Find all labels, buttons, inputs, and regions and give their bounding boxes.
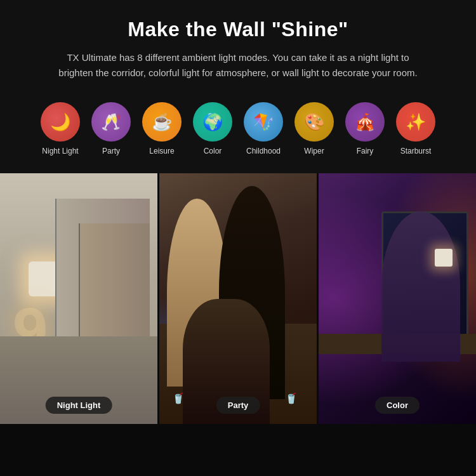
party-scene: 🥤 🥤 (159, 173, 317, 424)
icon-item-party: 🥂Party (89, 102, 133, 155)
photo-panel-nightlight: 9 Night Light (0, 173, 157, 424)
top-section: Make the Wall "Shine" TX Ultimate has 8 … (0, 0, 476, 173)
icon-circle-leisure: ☕ (142, 102, 182, 142)
icon-label-fairy: Fairy (357, 147, 374, 155)
icon-item-fairy: 🎪Fairy (343, 102, 387, 155)
icon-circle-fairy: 🎪 (345, 102, 385, 142)
gamer-person (381, 211, 460, 362)
subtitle-text: TX Ultimate has 8 different ambient ligh… (54, 50, 422, 81)
icon-label-childhood: Childhood (246, 147, 281, 155)
icon-circle-night-light: 🌙 (41, 102, 80, 142)
icon-item-wiper: 🎨Wiper (292, 102, 336, 155)
icon-label-party: Party (102, 147, 120, 155)
icon-item-leisure: ☕Leisure (140, 102, 184, 155)
red-cup-1: 🥤 (172, 392, 185, 404)
icons-row: 🌙Night Light🥂Party☕Leisure🌍Color🪁Childho… (38, 96, 438, 161)
panel-label-party: Party (216, 397, 260, 414)
icon-circle-childhood: 🪁 (244, 102, 283, 142)
icon-label-leisure: Leisure (149, 147, 174, 155)
icon-circle-party: 🥂 (91, 102, 131, 142)
icon-label-starburst: Starburst (400, 147, 432, 155)
icon-item-night-light: 🌙Night Light (38, 102, 83, 155)
icon-circle-color: 🌍 (193, 102, 232, 142)
photo-panel-party: 🥤 🥤 Party (159, 173, 317, 424)
photo-panel-color: Color (319, 173, 476, 424)
icon-item-childhood: 🪁Childhood (241, 102, 286, 155)
icon-item-starburst: ✨Starburst (393, 102, 438, 155)
icon-label-color: Color (204, 147, 222, 155)
color-scene (319, 173, 476, 424)
icon-item-color: 🌍Color (190, 102, 235, 155)
photos-section: 9 Night Light 🥤 🥤 Party (0, 173, 476, 424)
icon-circle-starburst: ✨ (396, 102, 435, 142)
panel-label-color: Color (375, 397, 420, 414)
panel-label-nightlight: Night Light (46, 397, 112, 414)
main-title: Make the Wall "Shine" (38, 18, 438, 41)
icon-label-night-light: Night Light (42, 147, 78, 155)
icon-label-wiper: Wiper (304, 147, 324, 155)
corridor-scene: 9 (0, 173, 157, 424)
wall-light-square (435, 249, 453, 267)
icon-circle-wiper: 🎨 (294, 102, 334, 142)
red-cup-2: 🥤 (285, 392, 298, 404)
